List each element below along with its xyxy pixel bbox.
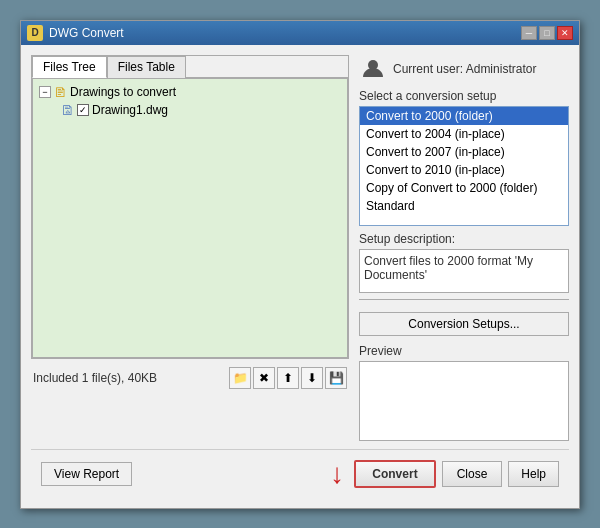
tree-root-label: Drawings to convert <box>70 85 176 99</box>
current-user-text: Current user: Administrator <box>393 62 536 76</box>
status-text: Included 1 file(s), 40KB <box>33 371 157 385</box>
add-files-button[interactable]: 📁 <box>229 367 251 389</box>
window-title: DWG Convert <box>49 26 124 40</box>
listbox-item[interactable]: Standard <box>360 197 568 215</box>
tab-files-tree[interactable]: Files Tree <box>32 56 107 78</box>
close-button[interactable]: Close <box>442 461 503 487</box>
save-list-button[interactable]: 💾 <box>325 367 347 389</box>
setup-desc-box: Convert files to 2000 format 'My Documen… <box>359 249 569 293</box>
maximize-button[interactable]: □ <box>539 26 555 40</box>
tree-root-item: − 🖹 Drawings to convert <box>39 85 341 100</box>
toolbar-icons: 📁 ✖ ⬆ ⬇ 💾 <box>229 367 347 389</box>
listbox-item[interactable]: Copy of Convert to 2000 (folder) <box>360 179 568 197</box>
status-bar: Included 1 file(s), 40KB 📁 ✖ ⬆ ⬇ 💾 <box>31 363 349 393</box>
close-window-button[interactable]: ✕ <box>557 26 573 40</box>
help-button[interactable]: Help <box>508 461 559 487</box>
move-down-button[interactable]: ⬇ <box>301 367 323 389</box>
listbox-item[interactable]: Convert to 2004 (in-place) <box>360 125 568 143</box>
right-action-buttons: ↓ Convert Close Help <box>330 458 559 490</box>
minimize-button[interactable]: ─ <box>521 26 537 40</box>
tree-child-item: 🖺 ✓ Drawing1.dwg <box>61 103 341 118</box>
dwg-convert-window: D DWG Convert ─ □ ✕ Files Tree Files Tab… <box>20 20 580 509</box>
top-section: Files Tree Files Table − 🖹 Drawings to c… <box>31 55 569 441</box>
conversion-setups-label: Conversion Setups... <box>408 317 519 331</box>
tree-panel: − 🖹 Drawings to convert 🖺 ✓ Drawing1.dwg <box>32 78 348 358</box>
user-icon <box>359 55 387 83</box>
listbox-item[interactable]: Convert to 2000 (folder) <box>360 107 568 125</box>
view-report-button[interactable]: View Report <box>41 462 132 486</box>
title-bar: D DWG Convert ─ □ ✕ <box>21 21 579 45</box>
separator <box>359 299 569 300</box>
setup-desc-text: Convert files to 2000 format 'My Documen… <box>364 254 533 282</box>
select-setup-label: Select a conversion setup <box>359 89 569 103</box>
file-checkbox[interactable]: ✓ <box>77 104 89 116</box>
tree-toggle[interactable]: − <box>39 86 51 98</box>
preview-box <box>359 361 569 441</box>
arrow-down-icon: ↓ <box>330 458 344 490</box>
setup-desc-label: Setup description: <box>359 232 569 246</box>
right-panel: Current user: Administrator Select a con… <box>359 55 569 441</box>
app-icon: D <box>27 25 43 41</box>
left-panel: Files Tree Files Table − 🖹 Drawings to c… <box>31 55 349 441</box>
listbox-item[interactable]: Convert to 2007 (in-place) <box>360 143 568 161</box>
folder-icon: 🖹 <box>54 85 67 100</box>
tree-child-label: Drawing1.dwg <box>92 103 168 117</box>
move-up-button[interactable]: ⬆ <box>277 367 299 389</box>
bottom-bar: View Report ↓ Convert Close Help <box>31 449 569 498</box>
window-body: Files Tree Files Table − 🖹 Drawings to c… <box>21 45 579 508</box>
convert-button[interactable]: Convert <box>354 460 435 488</box>
user-header: Current user: Administrator <box>359 55 569 83</box>
listbox-item[interactable]: Convert to 2010 (in-place) <box>360 161 568 179</box>
tabs-bar: Files Tree Files Table <box>32 56 348 78</box>
conversion-setup-listbox[interactable]: Convert to 2000 (folder) Convert to 2004… <box>359 106 569 226</box>
tab-files-table[interactable]: Files Table <box>107 56 186 78</box>
tab-container: Files Tree Files Table − 🖹 Drawings to c… <box>31 55 349 359</box>
conversion-setups-button[interactable]: Conversion Setups... <box>359 312 569 336</box>
file-icon: 🖺 <box>61 103 74 118</box>
title-bar-left: D DWG Convert <box>27 25 124 41</box>
window-controls: ─ □ ✕ <box>521 26 573 40</box>
remove-file-button[interactable]: ✖ <box>253 367 275 389</box>
preview-label: Preview <box>359 344 569 358</box>
